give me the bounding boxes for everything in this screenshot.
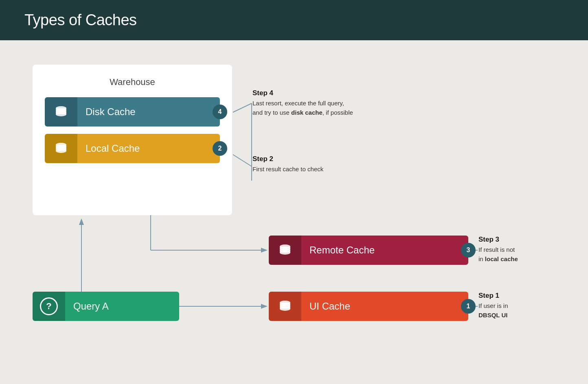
remote-cache-icon-area xyxy=(269,236,301,265)
svg-point-6 xyxy=(56,112,66,116)
remote-cache-badge: 3 xyxy=(461,243,476,257)
ui-cache-icon-area xyxy=(269,292,301,321)
step4-desc: Step 4 Last resort, execute the full que… xyxy=(252,89,407,117)
local-cache-icon-area xyxy=(45,134,77,163)
local-cache-label-area: Local Cache xyxy=(77,134,220,163)
ui-cache-label-area: UI Cache 1 xyxy=(301,292,468,321)
remote-cache-label-text: Remote Cache xyxy=(309,244,375,256)
disk-cache-item: Disk Cache 4 xyxy=(45,97,220,127)
warehouse-box: Warehouse Disk Cache 4 xyxy=(33,65,232,215)
local-cache-badge: 2 xyxy=(213,141,227,156)
query-label-area: Query A xyxy=(65,292,179,321)
step1-desc: Step 1 If user is inDBSQL UI xyxy=(478,292,580,320)
step3-text: If result is notin local cache xyxy=(478,245,580,264)
svg-point-13 xyxy=(56,149,66,153)
ui-cache-badge: 1 xyxy=(461,299,476,314)
svg-point-20 xyxy=(280,251,290,255)
question-mark-circle: ? xyxy=(40,297,58,315)
step4-text: Last resort, execute the full query,and … xyxy=(252,99,407,117)
disk-cache-label-text: Disk Cache xyxy=(86,106,136,118)
query-label-text: Query A xyxy=(73,301,109,312)
main-content: Warehouse Disk Cache 4 xyxy=(0,40,588,384)
step1-text: If user is inDBSQL UI xyxy=(478,301,580,320)
header: Types of Caches xyxy=(0,0,588,40)
svg-point-27 xyxy=(280,307,290,311)
local-cache-item: Local Cache 2 xyxy=(45,134,220,163)
remote-cache-label-area: Remote Cache 3 xyxy=(301,236,468,265)
step2-title: Step 2 xyxy=(252,155,407,163)
warehouse-label: Warehouse xyxy=(45,77,220,87)
ui-cache-item: UI Cache 1 xyxy=(269,292,468,321)
step1-title: Step 1 xyxy=(478,292,580,300)
local-cache-label-text: Local Cache xyxy=(86,143,140,154)
disk-cache-label-area: Disk Cache xyxy=(77,97,220,127)
disk-cache-icon-area xyxy=(45,97,77,127)
query-icon-area: ? xyxy=(33,292,65,321)
ui-cache-label-text: UI Cache xyxy=(309,301,350,312)
step4-title: Step 4 xyxy=(252,89,407,97)
remote-cache-item: Remote Cache 3 xyxy=(269,236,468,265)
disk-cache-badge: 4 xyxy=(213,105,227,119)
query-a-item: ? Query A xyxy=(33,292,179,321)
svg-line-31 xyxy=(233,155,252,166)
step3-desc: Step 3 If result is notin local cache xyxy=(478,236,580,264)
step2-text: First result cache to check xyxy=(252,165,407,174)
step2-desc: Step 2 First result cache to check xyxy=(252,155,407,174)
step3-title: Step 3 xyxy=(478,236,580,244)
page-title: Types of Caches xyxy=(24,11,564,29)
svg-line-29 xyxy=(233,103,252,112)
